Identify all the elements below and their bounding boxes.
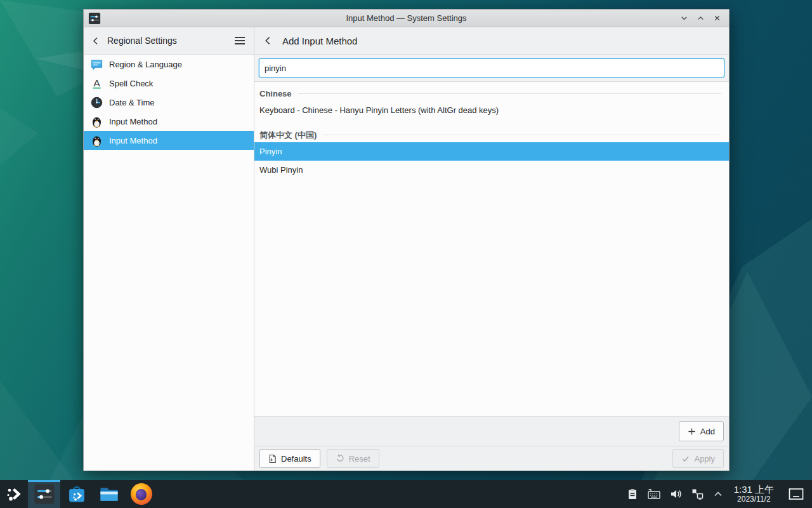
maximize-button[interactable] [695,13,706,24]
reset-button[interactable]: Reset [327,449,379,468]
sidebar: Regional Settings Region & Language A [84,27,254,471]
group-header-label: 简体中文 (中国) [259,130,317,141]
sidebar-item-date-time[interactable]: Date & Time [84,93,254,112]
list-item-keyboard-hanyu-pinyin[interactable]: Keyboard - Chinese - Hanyu Pinyin Letter… [254,101,729,119]
search-row [254,55,729,82]
group-header-chinese: Chinese [254,86,729,101]
task-dolphin[interactable] [93,480,125,508]
input-method-icon [90,115,103,128]
system-settings-app-icon [88,12,101,25]
page-header: Add Input Method [254,27,729,55]
sidebar-item-label: Date & Time [109,98,155,107]
sidebar-item-label: Region & Language [109,60,182,69]
page-back-button[interactable] [263,36,273,46]
add-button-row: Add [254,416,729,446]
group-gap [254,119,729,128]
keyboard-layout-icon[interactable] [647,488,661,500]
group-header-label: Chinese [259,89,292,98]
clock-date: 2023/11/2 [737,495,771,504]
system-settings-icon [34,483,55,505]
defaults-button-label: Defaults [281,454,311,464]
dolphin-folder-icon [98,483,120,505]
clock[interactable]: 1:31 上午 2023/11/2 [729,480,779,508]
group-header-divider [323,135,721,135]
reset-button-label: Reset [349,454,370,464]
svg-text:A: A [93,77,100,88]
desktop-background: Input Method — System Settings [0,0,812,508]
input-method-list: Chinese Keyboard - Chinese - Hanyu Pinyi… [254,82,729,416]
window-body: Regional Settings Region & Language A [84,27,729,471]
list-item-label: Pinyin [259,147,282,156]
list-item-label: Keyboard - Chinese - Hanyu Pinyin Letter… [259,105,499,115]
close-button[interactable] [711,13,723,24]
defaults-button[interactable]: Defaults [259,449,320,468]
firefox-icon [131,483,152,505]
system-settings-window: Input Method — System Settings [83,9,730,471]
spell-check-icon: A [90,77,103,90]
sidebar-back-label: Regional Settings [107,36,177,46]
task-system-settings[interactable] [28,480,60,508]
apply-button[interactable]: Apply [672,449,724,468]
region-language-icon [90,58,103,71]
sidebar-item-input-method-selected[interactable]: Input Method [84,131,254,150]
application-launcher-icon [5,485,23,503]
group-header-simplified-chinese: 简体中文 (中国) [254,128,729,142]
clipboard-icon[interactable] [626,488,639,500]
taskbar: 1:31 上午 2023/11/2 [0,480,812,508]
minimize-button[interactable] [678,13,690,24]
list-item-pinyin-selected[interactable]: Pinyin [254,142,729,161]
menu-button[interactable] [233,35,246,46]
sidebar-item-input-method[interactable]: Input Method [84,112,254,131]
date-time-icon [90,96,103,109]
main-pane: Add Input Method Chinese Keyboard - Chin… [254,27,729,471]
add-button-label: Add [700,427,715,436]
add-button[interactable]: Add [679,421,724,441]
show-desktop-icon [789,488,804,500]
expand-tray-icon[interactable] [712,488,724,500]
page-title: Add Input Method [282,36,357,46]
sidebar-back-button[interactable] [91,36,100,46]
system-tray [621,480,729,508]
apply-button-label: Apply [694,454,715,464]
show-desktop-button[interactable] [784,480,808,508]
action-button-row: Defaults Reset Apply [254,446,729,471]
sidebar-item-label: Spell Check [109,79,153,88]
input-method-icon [90,134,103,147]
task-discover[interactable] [60,480,93,508]
volume-icon[interactable] [669,488,683,500]
discover-icon [66,483,88,505]
group-header-divider [298,93,721,94]
clock-time: 1:31 上午 [734,484,774,495]
sidebar-item-spell-check[interactable]: A Spell Check [84,74,254,93]
list-item-label: Wubi Pinyin [259,165,303,175]
application-launcher-button[interactable] [0,480,28,508]
list-item-wubi-pinyin[interactable]: Wubi Pinyin [254,161,729,179]
task-firefox[interactable] [125,480,157,508]
window-controls [678,13,729,24]
sidebar-item-label: Input Method [109,117,157,126]
titlebar[interactable]: Input Method — System Settings [84,10,729,27]
window-title: Input Method — System Settings [84,13,729,23]
sidebar-item-label: Input Method [109,136,157,145]
sidebar-item-region-language[interactable]: Region & Language [84,55,254,74]
sidebar-header: Regional Settings [84,27,254,55]
search-input[interactable] [259,58,724,77]
network-icon[interactable] [691,488,704,500]
